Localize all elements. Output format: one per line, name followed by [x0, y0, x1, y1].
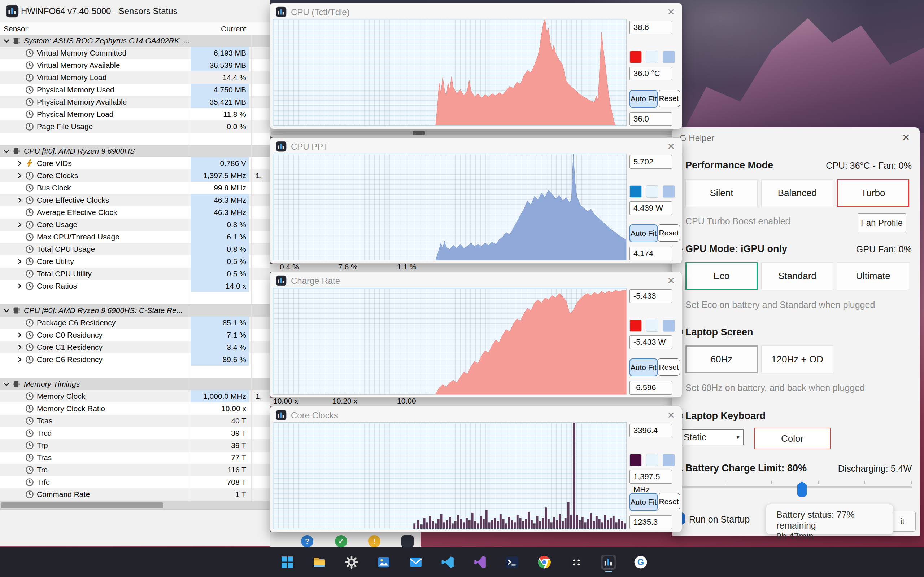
turbo-button[interactable]: Turbo	[837, 179, 909, 207]
sensor-row[interactable]: Trfc708 T	[0, 476, 270, 488]
close-icon[interactable]: ×	[667, 4, 675, 19]
remote-desktop-button[interactable]	[569, 554, 584, 570]
sensor-row[interactable]: Core C0 Residency7.1 %	[0, 329, 270, 341]
sensor-row[interactable]: Core Usage0.8 %	[0, 219, 270, 231]
chevron-right-icon[interactable]	[16, 221, 23, 228]
sensor-row[interactable]: Physical Memory Available35,421 MB	[0, 96, 270, 108]
ghelper-close-button[interactable]: ×	[902, 130, 909, 144]
chevron-right-icon[interactable]	[16, 258, 23, 265]
chevron-right-icon[interactable]	[16, 197, 23, 204]
chevron-down-icon[interactable]	[3, 148, 10, 155]
sensor-row[interactable]: Package C6 Residency85.1 %	[0, 317, 270, 329]
vscode-button[interactable]	[440, 554, 456, 570]
sensor-row[interactable]: Core C1 Residency3.4 %	[0, 341, 270, 353]
hwinfo-horizontal-scrollbar[interactable]	[0, 501, 270, 509]
hwinfo-titlebar[interactable]: HWiNFO64 v7.40-5000 - Sensors Status	[0, 0, 270, 23]
chevron-right-icon[interactable]	[16, 331, 23, 338]
fan-profile-button[interactable]: Fan Profile	[858, 213, 906, 232]
sensor-row[interactable]: Memory Clock Ratio10.00 x	[0, 403, 270, 415]
sensor-row[interactable]: Physical Memory Used4,750 MB	[0, 84, 270, 96]
auto-fit-button[interactable]: Auto Fit	[630, 90, 657, 108]
column-header-current[interactable]: Current	[191, 24, 246, 33]
battery-limit-slider[interactable]	[678, 487, 912, 488]
sensor-row[interactable]: Memory Clock1,000.0 MHz1,	[0, 390, 270, 403]
standard-button[interactable]: Standard	[761, 262, 834, 290]
close-icon[interactable]: ×	[667, 273, 675, 287]
scale-min-field[interactable]: -6.596	[630, 381, 672, 395]
grid-color-swatch[interactable]	[663, 51, 675, 63]
silent-button[interactable]: Silent	[685, 179, 758, 207]
sensor-row[interactable]: Core C6 Residency89.6 %	[0, 353, 270, 366]
bg-color-swatch[interactable]	[646, 454, 658, 466]
sensor-row[interactable]: Max CPU/Thread Usage6.1 %	[0, 231, 270, 243]
bg-color-swatch[interactable]	[646, 51, 658, 63]
series-color-swatch[interactable]	[630, 185, 642, 198]
auto-fit-button[interactable]: Auto Fit	[630, 224, 657, 242]
chrome-button[interactable]	[537, 554, 552, 570]
scale-min-field[interactable]: 1235.3	[630, 515, 672, 529]
sensor-row[interactable]: Core Utility0.5 %	[0, 255, 270, 268]
visual-studio-button[interactable]	[472, 554, 488, 570]
sensor-row[interactable]: Bus Clock99.8 MHz	[0, 182, 270, 194]
color-button[interactable]: Color	[754, 428, 830, 449]
sensor-row[interactable]: Total CPU Usage0.8 %	[0, 243, 270, 255]
chevron-right-icon[interactable]	[16, 356, 23, 363]
scale-max-field[interactable]: 5.702	[630, 155, 672, 169]
battery-limit-slider-handle[interactable]	[797, 482, 807, 496]
background-scrollbar-sliver[interactable]	[270, 128, 682, 137]
sensor-row[interactable]: Tcas40 T	[0, 415, 270, 427]
series-color-swatch[interactable]	[630, 51, 642, 63]
start-button[interactable]	[280, 554, 295, 570]
settings-button[interactable]	[344, 554, 359, 570]
series-color-swatch[interactable]	[630, 319, 642, 332]
series-color-swatch[interactable]	[630, 454, 642, 466]
scale-max-field[interactable]: -5.433	[630, 289, 672, 303]
reset-button[interactable]: Reset	[657, 358, 680, 376]
sensor-row[interactable]: Virtual Memory Committed6,193 MB	[0, 47, 270, 59]
sensor-section-row[interactable]: Memory Timings	[0, 378, 270, 390]
terminal-button[interactable]	[505, 554, 520, 570]
scale-max-field[interactable]: 3396.4	[630, 424, 672, 437]
grid-color-swatch[interactable]	[663, 185, 675, 198]
60hz-button[interactable]: 60Hz	[685, 345, 758, 373]
sensor-row[interactable]: Page File Usage0.0 %	[0, 121, 270, 133]
chevron-right-icon[interactable]	[16, 344, 23, 351]
auto-fit-button[interactable]: Auto Fit	[630, 358, 657, 377]
mail-button[interactable]	[408, 554, 423, 570]
eco-button[interactable]: Eco	[685, 262, 758, 290]
sensor-table-header[interactable]: Sensor Current	[0, 23, 270, 35]
sensor-section-row[interactable]: CPU [#0]: AMD Ryzen 9 6900HS	[0, 145, 270, 157]
scale-max-field[interactable]: 38.6	[630, 21, 672, 34]
sensor-row[interactable]: Total CPU Utility0.5 %	[0, 268, 270, 280]
reset-button[interactable]: Reset	[657, 224, 680, 242]
scale-min-field[interactable]: 4.174	[630, 247, 672, 260]
sensor-row[interactable]: Trc116 T	[0, 464, 270, 476]
sensor-row[interactable]: Command Rate1 T	[0, 488, 270, 501]
bg-color-swatch[interactable]	[646, 185, 658, 198]
sensor-row[interactable]: Virtual Memory Available36,539 MB	[0, 59, 270, 71]
sensor-row[interactable]: Core VIDs0.786 V	[0, 157, 270, 169]
current-value-field[interactable]: 36.0 °C	[630, 67, 672, 81]
chevron-right-icon[interactable]	[16, 160, 23, 167]
grid-color-swatch[interactable]	[663, 454, 675, 466]
close-icon[interactable]: ×	[667, 139, 675, 153]
chevron-down-icon[interactable]	[3, 37, 10, 44]
bg-color-swatch[interactable]	[646, 319, 658, 332]
scale-min-field[interactable]: 36.0	[630, 112, 672, 126]
sensor-row[interactable]: Physical Memory Load11.8 %	[0, 108, 270, 121]
keyboard-mode-dropdown[interactable]: Static ▾	[678, 429, 743, 445]
sensor-row[interactable]: Trcd39 T	[0, 427, 270, 439]
scrollbar-thumb[interactable]	[1, 502, 163, 508]
chevron-right-icon[interactable]	[16, 172, 23, 179]
sensor-row[interactable]: Core Ratios14.0 x	[0, 280, 270, 292]
sliver-thumb[interactable]	[412, 131, 425, 135]
sensor-row[interactable]: Trp39 T	[0, 439, 270, 451]
sensor-row[interactable]: Virtual Memory Load14.4 %	[0, 71, 270, 84]
auto-fit-button[interactable]: Auto Fit	[630, 493, 657, 511]
chevron-down-icon[interactable]	[3, 307, 10, 314]
balanced-button[interactable]: Balanced	[761, 179, 834, 207]
reset-button[interactable]: Reset	[657, 90, 680, 107]
sensor-row[interactable]: Average Effective Clock46.3 MHz	[0, 206, 270, 219]
sensor-row[interactable]: Tras77 T	[0, 451, 270, 464]
current-value-field[interactable]: -5.433 W	[630, 335, 672, 349]
